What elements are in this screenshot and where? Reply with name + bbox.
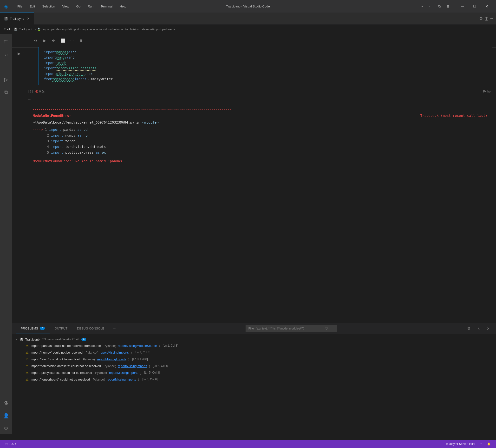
toggle-sidebar-icon[interactable]: ◫: [484, 16, 489, 21]
cell-delete-btn[interactable]: 🗑: [77, 36, 85, 45]
layout-btn-3[interactable]: ⧉: [435, 3, 444, 10]
problem-group-header[interactable]: ▾ 📓 Trail.ipynb C:\Users\mreal\Desktop\T…: [16, 336, 492, 342]
ln-4: 4: [47, 145, 51, 149]
problem-source-1: Pylance(: [104, 344, 116, 348]
problem-item-3[interactable]: ⚠ Import "torch" could not be resolved P…: [16, 356, 492, 363]
problem-item-1[interactable]: ⚠ Import "pandas" could not be resolved …: [16, 342, 492, 349]
menu-view[interactable]: View: [59, 4, 73, 9]
minimize-btn[interactable]: ─: [457, 3, 468, 10]
code-line-5: import plotly.express as px: [44, 71, 487, 77]
code-content[interactable]: import pandas as pd import numpy as np i…: [39, 47, 492, 85]
problem-link-6[interactable]: reportMissingImports: [107, 378, 136, 381]
problem-link-4[interactable]: reportMissingImports: [118, 364, 147, 368]
crumb-trail[interactable]: Trail: [4, 28, 10, 31]
problem-source-3: Pylance(: [83, 357, 95, 361]
crumb-file-icon: 📓: [14, 28, 17, 31]
jupyter-server-status[interactable]: ⊕ Jupyter Server: local: [444, 442, 477, 446]
problem-msg-2: Import "numpy" could not be resolved: [31, 351, 83, 354]
filter-input[interactable]: [248, 327, 325, 330]
problem-msg-4: Import "torchvision.datasets" could not …: [31, 364, 101, 368]
code-line-4: import torchvision.datasets: [44, 66, 487, 71]
activity-source-control[interactable]: ⑂: [0, 61, 12, 73]
panel-tab-bar: PROBLEMS 6 OUTPUT DEBUG CONSOLE ··· ▽ ⧉ …: [12, 323, 496, 334]
menu-edit[interactable]: Edit: [26, 4, 38, 9]
problem-link-2[interactable]: reportMissingImports: [99, 351, 129, 354]
cell-stop-btn[interactable]: ⬜: [59, 36, 67, 45]
problem-source-4: Pylance(: [104, 364, 116, 368]
warn-icon-1: ⚠: [26, 344, 29, 348]
more-tabs-icon[interactable]: ···: [490, 16, 493, 21]
more-panels-icon[interactable]: ···: [111, 327, 118, 330]
problem-loc-6: [Ln 6, Col 6]: [142, 378, 158, 381]
close-panel-icon[interactable]: ✕: [484, 325, 492, 332]
problem-item-4[interactable]: ⚠ Import "torchvision.datasets" could no…: [16, 363, 492, 369]
final-error-text: ModuleNotFoundError: No module named 'pa…: [33, 159, 124, 163]
crumb-file[interactable]: Trail.ipynb: [19, 28, 33, 31]
problem-link-3[interactable]: reportMissingImports: [97, 357, 126, 361]
problem-item-5[interactable]: ⚠ Import "plotly.express" could not be r…: [16, 369, 492, 376]
problem-item-2[interactable]: ⚠ Import "numpy" could not be resolved P…: [16, 349, 492, 356]
copy-icon[interactable]: ⧉: [465, 325, 473, 332]
ln-2-space: [33, 133, 45, 137]
run-cell-button[interactable]: ▶: [16, 50, 22, 57]
alias-2: np: [84, 133, 88, 137]
breadcrumb: Trail › 📓 Trail.ipynb › 🍃 import pandas …: [0, 25, 496, 34]
output-collapse-dots[interactable]: ···: [12, 96, 496, 103]
import-kw-2: import: [44, 55, 56, 60]
menu-run[interactable]: Run: [84, 4, 97, 9]
run-expand-icon[interactable]: ⌄: [23, 50, 25, 53]
cell-execute-above-btn[interactable]: ⏮: [31, 36, 39, 45]
error-path-line: ~\AppData\Local\Temp\ipykernel_65976\120…: [33, 120, 487, 126]
collapse-icon[interactable]: ∧: [475, 325, 482, 332]
activity-settings[interactable]: ⚙: [0, 422, 12, 434]
expand-status-btn[interactable]: ⌃: [479, 442, 484, 446]
cell-run-btn[interactable]: ▶: [40, 36, 49, 45]
warn-icon-6: ⚠: [26, 377, 29, 381]
status-errors[interactable]: ⊗ 0 ⚠ 6: [4, 442, 18, 446]
filter-funnel-icon[interactable]: ▽: [325, 327, 328, 330]
tab-trail-ipynb[interactable]: 📓 Trail.ipynb ✕: [0, 13, 34, 25]
layout-btn-2[interactable]: ▭: [427, 3, 435, 10]
problem-link-5[interactable]: reportMissingImports: [109, 371, 138, 375]
menu-selection[interactable]: Selection: [39, 4, 58, 9]
tab-problems[interactable]: PROBLEMS 6: [16, 323, 50, 334]
problem-link-1[interactable]: reportMissingModuleSource: [118, 344, 157, 348]
restore-btn[interactable]: □: [469, 3, 480, 10]
menu-go[interactable]: Go: [73, 4, 84, 9]
bell-icon: 🔔: [487, 442, 491, 446]
activity-extensions[interactable]: ⧉: [0, 86, 12, 98]
ln-5-space: [33, 151, 45, 154]
final-error-line: ModuleNotFoundError: No module named 'pa…: [33, 159, 487, 164]
problem-item-6[interactable]: ⚠ Import "tensorboard" could not be reso…: [16, 376, 492, 383]
layout-btn-4[interactable]: ⊞: [444, 3, 452, 10]
tab-debug-console[interactable]: DEBUG CONSOLE: [72, 323, 109, 334]
activity-test[interactable]: ⚗: [0, 398, 12, 409]
tb-line-5: 5 import plotly.express as px: [33, 150, 487, 156]
warn-icon-2: ⚠: [26, 351, 29, 354]
bell-btn[interactable]: 🔔: [486, 442, 492, 446]
close-btn[interactable]: ✕: [481, 3, 492, 10]
layout-btn-1[interactable]: ▪: [418, 3, 426, 10]
crumb-code[interactable]: import pandas as pd↵import numpy as np↵i…: [42, 28, 177, 31]
problem-loc-2: [Ln 2, Col 8]: [135, 351, 150, 354]
status-bar: ⊗ 0 ⚠ 6 ⊕ Jupyter Server: local ⌃ 🔔: [0, 440, 496, 448]
cell-error-icon: ⊗: [35, 89, 38, 94]
as-1: as: [77, 128, 83, 131]
crumb-symbol-icon: 🍃: [37, 28, 41, 31]
problems-tab-label: PROBLEMS: [21, 327, 38, 330]
tb-line-4: 4 import torchvision.datasets: [33, 144, 487, 150]
menu-file[interactable]: File: [14, 4, 26, 9]
activity-account[interactable]: 👤: [0, 410, 12, 421]
settings-icon[interactable]: ⚙: [479, 16, 483, 21]
menu-terminal[interactable]: Terminal: [97, 4, 116, 9]
activity-explorer[interactable]: ⬚: [0, 36, 12, 48]
cell-more-btn[interactable]: ···: [68, 36, 76, 45]
tb-line-2: 2 import numpy as np: [33, 133, 487, 139]
menu-help[interactable]: Help: [116, 4, 130, 9]
activity-search[interactable]: ⌕: [0, 49, 12, 60]
cell-run-below-btn[interactable]: ⏭: [50, 36, 58, 45]
tab-output[interactable]: OUTPUT: [50, 323, 72, 334]
activity-run-debug[interactable]: ▷: [0, 74, 12, 85]
tab-close-icon[interactable]: ✕: [27, 17, 30, 20]
ln-5: 5: [47, 151, 51, 154]
